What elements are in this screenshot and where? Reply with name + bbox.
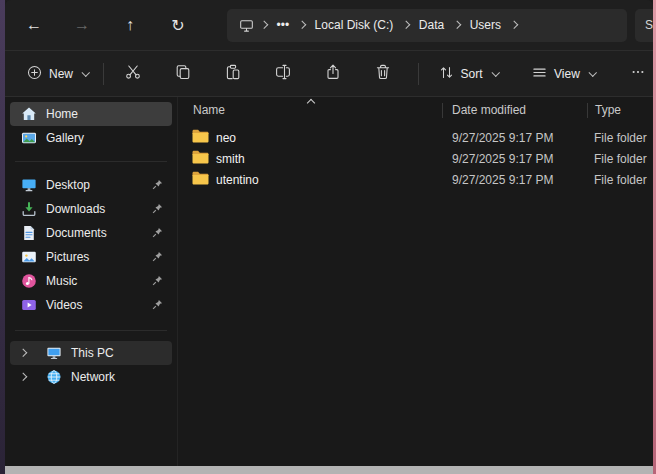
new-button-label: New — [49, 67, 73, 81]
folder-icon — [192, 171, 209, 188]
chevron-down-icon — [589, 68, 597, 76]
column-header-type[interactable]: Type — [588, 103, 653, 117]
column-header-date-modified[interactable]: Date modified — [443, 103, 587, 117]
sidebar-item-pictures[interactable]: Pictures — [10, 245, 172, 269]
back-button[interactable]: ← — [17, 9, 51, 41]
share-icon — [325, 64, 341, 84]
cut-button[interactable] — [114, 58, 152, 90]
breadcrumb-chevron-icon — [260, 21, 268, 29]
rename-button[interactable] — [264, 58, 302, 90]
sidebar-item-label: Documents — [46, 226, 107, 240]
this-pc-icon — [45, 345, 62, 361]
downloads-icon — [20, 201, 37, 217]
sidebar-item-videos[interactable]: Videos — [10, 293, 172, 317]
scissors-icon — [125, 64, 141, 84]
sidebar-item-network[interactable]: Network — [10, 365, 172, 389]
music-icon — [20, 273, 37, 289]
file-row[interactable]: smith 9/27/2025 9:17 PM File folder — [178, 148, 653, 169]
view-icon — [532, 65, 547, 83]
sort-icon — [439, 65, 454, 83]
sidebar-item-music[interactable]: Music — [10, 269, 172, 293]
desktop-background: ← → ↑ ↻ ••• Local Disk (C:) Data — [0, 0, 656, 474]
trash-icon — [375, 64, 391, 84]
search-input[interactable]: Se — [635, 9, 653, 42]
up-button[interactable]: ↑ — [113, 9, 147, 41]
sidebar-divider — [15, 330, 167, 331]
sort-button[interactable]: Sort — [429, 58, 509, 90]
pin-icon — [152, 227, 163, 241]
home-icon — [20, 106, 37, 122]
sidebar-item-label: Downloads — [46, 202, 105, 216]
chevron-down-icon — [491, 68, 499, 76]
network-icon — [45, 369, 62, 385]
sidebar-item-desktop[interactable]: Desktop — [10, 173, 172, 197]
sidebar: Home Gallery Desktop — [5, 97, 178, 466]
refresh-button[interactable]: ↻ — [161, 9, 195, 41]
paste-icon — [225, 64, 241, 84]
forward-icon: → — [74, 16, 90, 34]
file-rows: neo 9/27/2025 9:17 PM File folder smith … — [178, 127, 653, 190]
sort-button-label: Sort — [461, 67, 483, 81]
breadcrumb-item-local-disk[interactable]: Local Disk (C:) — [308, 12, 401, 38]
expand-chevron-icon[interactable] — [10, 350, 36, 356]
view-button[interactable]: View — [522, 58, 605, 90]
navigation-bar: ← → ↑ ↻ ••• Local Disk (C:) Data — [5, 0, 653, 50]
documents-icon — [20, 225, 37, 241]
pin-icon — [152, 275, 163, 289]
column-headers: Name Date modified Type — [178, 97, 653, 123]
sidebar-item-downloads[interactable]: Downloads — [10, 197, 172, 221]
sidebar-item-label: Desktop — [46, 178, 90, 192]
desktop-icon — [20, 177, 37, 193]
this-pc-icon — [233, 18, 258, 33]
new-button[interactable]: New — [17, 58, 99, 90]
sidebar-item-label: Videos — [46, 298, 82, 312]
file-date-modified: 9/27/2025 9:17 PM — [443, 152, 587, 166]
copy-button[interactable] — [164, 58, 202, 90]
folder-icon — [192, 150, 209, 167]
toolbar-divider — [418, 63, 419, 85]
file-type: File folder — [587, 173, 653, 187]
videos-icon — [20, 297, 37, 313]
toolbar-divider — [103, 63, 104, 85]
address-bar[interactable]: ••• Local Disk (C:) Data Users — [227, 9, 627, 42]
pin-icon — [152, 299, 163, 313]
sidebar-item-label: This PC — [71, 346, 114, 360]
breadcrumb-chevron-icon — [298, 21, 306, 29]
pictures-icon — [20, 249, 37, 265]
sidebar-divider — [15, 161, 167, 162]
up-icon: ↑ — [126, 16, 134, 34]
sidebar-item-label: Home — [46, 107, 78, 121]
file-explorer-window: ← → ↑ ↻ ••• Local Disk (C:) Data — [5, 0, 653, 466]
breadcrumb-item-data[interactable]: Data — [412, 12, 451, 38]
sidebar-item-documents[interactable]: Documents — [10, 221, 172, 245]
sidebar-item-label: Pictures — [46, 250, 89, 264]
view-button-label: View — [554, 67, 580, 81]
expand-chevron-icon[interactable] — [10, 374, 36, 380]
folder-icon — [192, 129, 209, 146]
share-button[interactable] — [314, 58, 352, 90]
sidebar-item-label: Network — [71, 370, 115, 384]
breadcrumb-chevron-icon — [510, 21, 518, 29]
breadcrumb-chevron-icon — [453, 21, 461, 29]
back-icon: ← — [26, 16, 42, 34]
paste-button[interactable] — [214, 58, 252, 90]
sidebar-item-this-pc[interactable]: This PC — [10, 341, 172, 365]
rename-icon — [275, 64, 291, 84]
more-options-button[interactable] — [619, 58, 653, 90]
file-name: utentino — [216, 173, 259, 187]
file-type: File folder — [587, 131, 653, 145]
sidebar-item-gallery[interactable]: Gallery — [10, 126, 172, 150]
file-row[interactable]: utentino 9/27/2025 9:17 PM File folder — [178, 169, 653, 190]
delete-button[interactable] — [364, 58, 402, 90]
forward-button[interactable]: → — [65, 9, 99, 41]
breadcrumb-ellipsis-button[interactable]: ••• — [270, 12, 297, 38]
breadcrumb-chevron-icon — [402, 21, 410, 29]
plus-circle-icon — [27, 65, 42, 83]
sidebar-item-home[interactable]: Home — [10, 102, 172, 126]
sidebar-item-label: Music — [46, 274, 77, 288]
file-row[interactable]: neo 9/27/2025 9:17 PM File folder — [178, 127, 653, 148]
command-bar: New — [5, 50, 653, 97]
breadcrumb-item-users[interactable]: Users — [463, 12, 508, 38]
column-header-name[interactable]: Name — [178, 103, 442, 117]
pin-icon — [152, 251, 163, 265]
